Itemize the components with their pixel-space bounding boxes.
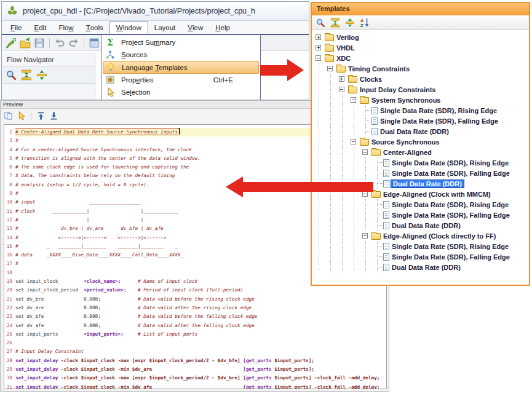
expand-all-icon[interactable] [36,69,47,81]
minus-box-icon[interactable] [351,139,356,144]
code-line: 25set input_ports <input_ports>; # List … [4,330,386,339]
window-preview-icon[interactable] [89,38,100,49]
tree-item-single-data-rate-sdr-falling-edge[interactable]: Single Data Rate (SDR), Falling Edge [313,116,529,126]
plus-box-icon[interactable] [316,34,321,40]
copy-icon[interactable] [4,111,13,120]
minus-box-icon[interactable] [362,233,368,239]
title-bar[interactable]: project_cpu_hdl - [C:/Project/Vivado_Tut… [2,2,309,21]
tree-item-single-data-rate-sdr-falling-edge[interactable]: Single Data Rate (SDR), Falling Edge [313,210,529,220]
menu-item-properties[interactable]: PropertiesCtrl+E [101,74,260,86]
minus-box-icon[interactable] [316,55,321,61]
tree-guide [348,199,360,210]
pointer-icon[interactable] [17,111,26,120]
red-arrow-right-shaft [260,65,288,76]
menu-flow[interactable]: Flow [52,21,79,34]
collapse-all-icon[interactable] [330,18,340,28]
tree-item-label: Single Data Rate (SDR), Falling Edge [380,117,498,125]
goto-top-icon[interactable] [36,111,46,120]
menu-item-language-templates[interactable]: Language Templates [103,61,259,74]
tree-item-xdc[interactable]: XDC [313,53,529,63]
tree-item-clocks[interactable]: Clocks [313,74,529,84]
tree-expand-toggle[interactable] [313,42,325,53]
line-number: 7 [4,172,15,180]
line-number: 14 [4,234,15,242]
document-icon [383,159,389,167]
tree-item-label: Single Data Rate (SDR), Rising Edge [392,201,509,208]
code-line: 23set dv_bfe 0.000; # Data valid before … [4,312,386,321]
tree-item-single-data-rate-sdr-falling-edge[interactable]: Single Data Rate (SDR), Falling Edge [313,251,529,262]
new-project-icon[interactable] [6,38,17,49]
search-icon[interactable] [6,69,17,81]
tree-item-vhdl[interactable]: VHDL [313,42,529,53]
tree-item-center-aligned[interactable]: Center-Aligned [313,147,529,157]
minus-box-icon[interactable] [362,191,368,197]
tree-guide [325,116,336,126]
minus-box-icon[interactable] [327,66,333,71]
tree-item-edge-aligned-clock-directly-to-ff[interactable]: Edge-Aligned (Clock directly to FF) [313,231,529,241]
menu-item-selection[interactable]: Selection [101,86,260,98]
tree-expand-toggle[interactable] [325,63,336,74]
menu-window[interactable]: Window [109,21,148,34]
tree-item-input-delay-constraints[interactable]: Input Delay Constraints [313,84,529,95]
tree-item-dual-data-rate-ddr[interactable]: Dual Data Rate (DDR) [313,262,529,272]
code-text: set_input_delay -clock $input_clock -max… [15,374,386,382]
menu-tools[interactable]: Tools [80,21,109,34]
tree-item-single-data-rate-sdr-rising-edge[interactable]: Single Data Rate (SDR), Rising Edge [313,241,529,251]
tree-guide [325,105,336,116]
tree-item-timing-constraints[interactable]: Timing Constraints [313,63,529,74]
save-project-icon[interactable] [34,38,45,49]
plus-box-icon[interactable] [339,76,344,82]
minus-box-icon[interactable] [351,97,356,103]
menu-help[interactable]: Help [209,21,236,34]
tree-expand-toggle[interactable] [336,74,348,84]
tree-guide [336,168,348,178]
tree-expand-toggle[interactable] [348,95,360,105]
tree-expand-toggle[interactable] [336,84,348,95]
line-number: 13 [4,224,15,233]
tree-guide [336,126,348,136]
templates-toolbar: AZ [312,15,529,30]
tree-item-single-data-rate-sdr-rising-edge[interactable]: Single Data Rate (SDR), Rising Edge [313,157,529,168]
tree-item-single-data-rate-sdr-rising-edge[interactable]: Single Data Rate (SDR), Rising Edge [313,199,529,210]
menu-item-sources[interactable]: Sources [101,49,260,61]
tree-guide [313,251,325,262]
tree-guide [325,74,336,84]
folder-icon [371,191,381,198]
tree-guide [360,199,371,210]
tree-expand-toggle[interactable] [348,136,360,147]
tree-item-dual-data-rate-ddr[interactable]: Dual Data Rate (DDR) [313,220,529,231]
tree-expand-toggle[interactable] [313,32,325,42]
document-icon [371,128,378,135]
menu-file[interactable]: File [4,21,28,34]
open-project-icon[interactable] [20,38,31,49]
tree-expand-toggle[interactable] [360,147,371,157]
undo-icon[interactable] [54,38,65,49]
redo-icon[interactable] [68,38,79,49]
sort-alphabetical-icon[interactable]: AZ [360,18,370,28]
menu-view[interactable]: View [181,21,209,34]
tree-item-verilog[interactable]: Verilog [313,32,529,42]
tree-item-label: Verilog [336,34,359,41]
tree-item-label: Single Data Rate (SDR), Falling Edge [392,211,510,219]
search-icon[interactable] [316,18,325,28]
tree-item-source-synchronous[interactable]: Source Synchronous [313,136,529,147]
plus-box-icon[interactable] [316,45,321,50]
menu-layout[interactable]: Layout [148,21,182,34]
expand-all-icon[interactable] [345,18,355,28]
tree-item-system-synchronous[interactable]: System Synchronous [313,95,529,105]
minus-box-icon[interactable] [339,87,344,92]
templates-tree[interactable]: VerilogVHDLXDCTiming ConstraintsClocksIn… [312,30,529,285]
menu-edit[interactable]: Edit [28,21,53,34]
tree-item-single-data-rate-sdr-falling-edge[interactable]: Single Data Rate (SDR), Falling Edge [313,168,529,178]
tree-item-single-data-rate-sdr-rising-edge[interactable]: Single Data Rate (SDR), Rising Edge [313,105,529,116]
goto-bottom-icon[interactable] [49,111,58,120]
tree-expand-toggle[interactable] [313,53,325,63]
menu-item-project-summary[interactable]: ΣProject Summary [101,36,260,49]
tree-guide [313,210,325,220]
collapse-all-icon[interactable] [21,69,32,81]
tree-item-dual-data-rate-ddr[interactable]: Dual Data Rate (DDR) [313,126,529,136]
tree-guide [325,168,336,178]
minus-box-icon[interactable] [362,149,368,155]
tree-expand-toggle[interactable] [360,231,371,241]
tree-guide [348,147,360,157]
